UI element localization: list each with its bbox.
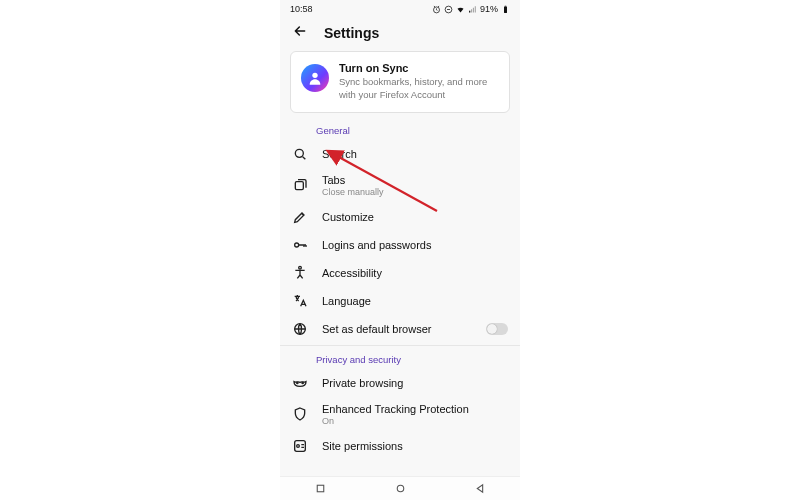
svg-rect-14 — [317, 485, 324, 492]
row-accessibility-label: Accessibility — [322, 267, 508, 279]
dnd-icon — [444, 5, 453, 14]
battery-icon — [501, 5, 510, 14]
row-tabs-sub: Close manually — [322, 187, 508, 197]
section-label-privacy: Privacy and security — [280, 348, 520, 369]
svg-point-7 — [295, 243, 299, 247]
language-icon — [292, 293, 308, 309]
svg-point-11 — [302, 382, 303, 383]
svg-rect-6 — [295, 182, 303, 190]
row-search[interactable]: Search — [280, 140, 520, 168]
mask-icon — [292, 375, 308, 391]
row-etp-label: Enhanced Tracking Protection — [322, 403, 508, 415]
sync-card[interactable]: Turn on Sync Sync bookmarks, history, an… — [290, 51, 510, 113]
svg-point-5 — [295, 149, 303, 157]
battery-percent: 91% — [480, 4, 498, 14]
shield-icon — [292, 406, 308, 422]
row-private-browsing[interactable]: Private browsing — [280, 369, 520, 397]
circle-icon — [394, 482, 407, 495]
row-tabs-label: Tabs — [322, 174, 508, 186]
key-icon — [292, 237, 308, 253]
svg-point-8 — [299, 266, 302, 269]
default-browser-toggle[interactable] — [486, 323, 508, 335]
accessibility-icon — [292, 265, 308, 281]
row-site-permissions[interactable]: Site permissions — [280, 432, 520, 460]
row-customize[interactable]: Customize — [280, 203, 520, 231]
row-default-browser[interactable]: Set as default browser — [280, 315, 520, 343]
row-private-browsing-label: Private browsing — [322, 377, 508, 389]
brush-icon — [292, 209, 308, 225]
row-customize-label: Customize — [322, 211, 508, 223]
tabs-icon — [292, 177, 308, 193]
system-nav-bar — [280, 476, 520, 500]
row-etp-sub: On — [322, 416, 508, 426]
svg-point-4 — [312, 73, 317, 78]
nav-home-button[interactable] — [393, 482, 407, 496]
row-accessibility[interactable]: Accessibility — [280, 259, 520, 287]
globe-icon — [292, 321, 308, 337]
svg-rect-2 — [504, 6, 507, 12]
status-bar: 10:58 91% — [280, 0, 520, 16]
nav-back-button[interactable] — [473, 482, 487, 496]
row-tabs[interactable]: Tabs Close manually — [280, 168, 520, 203]
sync-card-subtitle: Sync bookmarks, history, and more with y… — [339, 76, 499, 102]
sync-card-title: Turn on Sync — [339, 62, 499, 74]
divider — [280, 345, 520, 346]
wifi-icon — [456, 5, 465, 14]
svg-rect-3 — [505, 5, 507, 6]
row-logins-label: Logins and passwords — [322, 239, 508, 251]
row-language-label: Language — [322, 295, 508, 307]
section-label-general: General — [280, 119, 520, 140]
svg-point-10 — [297, 382, 298, 383]
row-site-permissions-label: Site permissions — [322, 440, 508, 452]
svg-point-13 — [297, 444, 300, 447]
row-logins[interactable]: Logins and passwords — [280, 231, 520, 259]
row-language[interactable]: Language — [280, 287, 520, 315]
status-time: 10:58 — [290, 4, 313, 14]
row-search-label: Search — [322, 148, 508, 160]
nav-recent-button[interactable] — [313, 482, 327, 496]
row-etp[interactable]: Enhanced Tracking Protection On — [280, 397, 520, 432]
search-icon — [292, 146, 308, 162]
triangle-left-icon — [474, 482, 487, 495]
svg-point-15 — [397, 485, 404, 492]
page-title: Settings — [324, 25, 379, 41]
arrow-left-icon — [292, 23, 308, 39]
row-default-browser-label: Set as default browser — [322, 323, 472, 335]
person-icon — [307, 70, 323, 86]
avatar — [301, 64, 329, 92]
app-bar: Settings — [280, 16, 520, 51]
back-button[interactable] — [292, 23, 308, 43]
settings-scroll[interactable]: Turn on Sync Sync bookmarks, history, an… — [280, 51, 520, 476]
alarm-icon — [432, 5, 441, 14]
square-icon — [314, 482, 327, 495]
status-right: 91% — [432, 4, 510, 14]
signal-icon — [468, 5, 477, 14]
phone-frame: 10:58 91% Settings Turn on Sync Sync boo… — [280, 0, 520, 500]
permissions-icon — [292, 438, 308, 454]
